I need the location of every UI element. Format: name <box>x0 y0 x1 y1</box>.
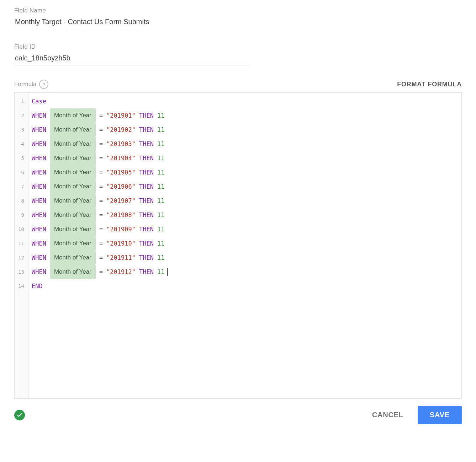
operator-eq: = <box>99 167 103 178</box>
keyword-then: THEN <box>139 138 154 150</box>
keyword-then: THEN <box>139 252 154 263</box>
field-token[interactable]: Month of Year <box>50 179 96 194</box>
keyword-then: THEN <box>139 110 154 121</box>
number-literal: 11 <box>157 152 164 164</box>
number-literal: 11 <box>157 110 164 121</box>
operator-eq: = <box>99 224 103 235</box>
code-line: WHENMonth of Year="201909"THEN11 <box>32 222 168 236</box>
keyword-when: WHEN <box>32 238 46 249</box>
code-line: WHENMonth of Year="201904"THEN11 <box>32 151 168 165</box>
field-token[interactable]: Month of Year <box>50 251 96 265</box>
keyword-when: WHEN <box>32 167 46 178</box>
line-number: 2 <box>17 108 26 123</box>
field-token[interactable]: Month of Year <box>50 165 96 179</box>
number-literal: 11 <box>157 167 164 178</box>
field-id-group: Field ID <box>14 43 249 65</box>
field-token[interactable]: Month of Year <box>50 265 96 279</box>
keyword-then: THEN <box>139 266 154 278</box>
string-literal: "201901" <box>106 110 136 121</box>
field-name-group: Field Name <box>14 7 249 29</box>
field-name-label: Field Name <box>14 7 249 14</box>
number-literal: 11 <box>157 209 164 221</box>
field-id-label: Field ID <box>14 43 249 50</box>
line-number: 14 <box>17 279 26 293</box>
operator-eq: = <box>99 195 103 206</box>
keyword-when: WHEN <box>32 110 46 121</box>
format-formula-button[interactable]: FORMAT FORMULA <box>397 81 462 88</box>
string-literal: "201910" <box>106 238 136 249</box>
keyword-then: THEN <box>139 124 154 135</box>
field-token[interactable]: Month of Year <box>50 222 96 236</box>
keyword-then: THEN <box>139 167 154 178</box>
field-name-input[interactable] <box>14 16 250 29</box>
code-line: WHENMonth of Year="201908"THEN11 <box>32 208 168 222</box>
code-line: WHENMonth of Year="201901"THEN11 <box>32 108 168 123</box>
field-token[interactable]: Month of Year <box>50 123 96 137</box>
number-literal: 11 <box>157 252 164 263</box>
code-area[interactable]: CaseWHENMonth of Year="201901"THEN11WHEN… <box>29 93 170 398</box>
operator-eq: = <box>99 124 103 135</box>
line-number: 9 <box>17 208 26 222</box>
help-icon[interactable]: ? <box>39 80 48 89</box>
line-number: 3 <box>17 123 26 137</box>
operator-eq: = <box>99 181 103 192</box>
operator-eq: = <box>99 252 103 263</box>
field-token[interactable]: Month of Year <box>50 208 96 222</box>
field-id-input[interactable] <box>14 53 250 65</box>
code-line: WHENMonth of Year="201907"THEN11 <box>32 194 168 208</box>
line-number: 6 <box>17 165 26 179</box>
string-literal: "201908" <box>106 209 136 221</box>
field-token[interactable]: Month of Year <box>50 151 96 165</box>
keyword-when: WHEN <box>32 138 46 150</box>
string-literal: "201906" <box>106 181 136 192</box>
formula-editor[interactable]: 1234567891011121314 CaseWHENMonth of Yea… <box>14 92 462 399</box>
code-line: WHENMonth of Year="201905"THEN11 <box>32 165 168 179</box>
keyword-then: THEN <box>139 152 154 164</box>
line-number: 5 <box>17 151 26 165</box>
code-line: END <box>32 279 168 293</box>
operator-eq: = <box>99 209 103 221</box>
number-literal: 11 <box>157 238 164 249</box>
string-literal: "201905" <box>106 167 136 178</box>
keyword-then: THEN <box>139 181 154 192</box>
cancel-button[interactable]: CANCEL <box>372 411 403 419</box>
keyword-then: THEN <box>139 209 154 221</box>
keyword-when: WHEN <box>32 195 46 206</box>
field-token[interactable]: Month of Year <box>50 108 96 123</box>
code-line: WHENMonth of Year="201910"THEN11 <box>32 236 168 251</box>
string-literal: "201912" <box>106 266 136 278</box>
keyword-then: THEN <box>139 224 154 235</box>
number-literal: 11 <box>157 181 164 192</box>
keyword-case: Case <box>32 96 46 107</box>
field-token[interactable]: Month of Year <box>50 236 96 251</box>
number-literal: 11 <box>157 138 164 150</box>
keyword-then: THEN <box>139 195 154 206</box>
code-line: Case <box>32 94 168 108</box>
code-line: WHENMonth of Year="201911"THEN11 <box>32 251 168 265</box>
line-number: 1 <box>17 94 26 108</box>
keyword-when: WHEN <box>32 224 46 235</box>
code-line: WHENMonth of Year="201902"THEN11 <box>32 123 168 137</box>
line-number: 7 <box>17 179 26 194</box>
formula-header: Formula ? FORMAT FORMULA <box>14 80 462 89</box>
keyword-when: WHEN <box>32 266 46 278</box>
operator-eq: = <box>99 138 103 150</box>
operator-eq: = <box>99 238 103 249</box>
keyword-end: END <box>32 280 43 292</box>
line-number: 13 <box>17 265 26 279</box>
number-literal: 11 <box>157 195 164 206</box>
line-gutter: 1234567891011121314 <box>15 93 29 398</box>
operator-eq: = <box>99 110 103 121</box>
line-number: 4 <box>17 137 26 151</box>
string-literal: "201907" <box>106 195 136 206</box>
string-literal: "201909" <box>106 224 136 235</box>
save-button[interactable]: SAVE <box>418 406 462 424</box>
number-literal: 11 <box>157 224 164 235</box>
code-line: WHENMonth of Year="201903"THEN11 <box>32 137 168 151</box>
line-number: 11 <box>17 236 26 251</box>
keyword-then: THEN <box>139 238 154 249</box>
operator-eq: = <box>99 152 103 164</box>
number-literal: 11 <box>157 266 164 278</box>
field-token[interactable]: Month of Year <box>50 194 96 208</box>
field-token[interactable]: Month of Year <box>50 137 96 151</box>
